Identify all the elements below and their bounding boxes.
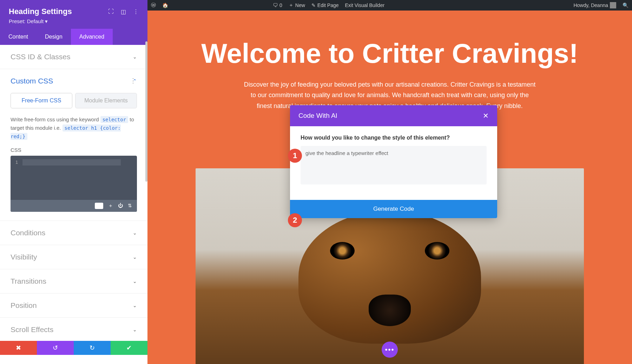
sidebar-footer: ✖ ↺ ↻ ✔ bbox=[0, 341, 147, 355]
section-options-icon[interactable]: ⋮ bbox=[130, 77, 136, 85]
focus-icon[interactable]: ⛶ bbox=[108, 8, 114, 15]
css-label: CSS bbox=[11, 147, 137, 153]
preset-selector[interactable]: Preset: Default ▾ bbox=[9, 18, 139, 25]
cancel-button[interactable]: ✖ bbox=[0, 341, 37, 355]
section-position[interactable]: Position⌄ bbox=[0, 294, 147, 318]
search-icon[interactable]: 🔍 bbox=[623, 2, 628, 8]
settings-tabs: Content Design Advanced bbox=[0, 29, 147, 45]
generate-code-button[interactable]: Generate Code bbox=[290, 200, 497, 218]
howdy-user[interactable]: Howdy, Deanna bbox=[573, 2, 616, 8]
sidebar-header: Heading Settings ⛶ ◫ ⋮ Preset: Default ▾ bbox=[0, 0, 147, 29]
ai-button[interactable]: AI bbox=[95, 203, 103, 209]
tab-design[interactable]: Design bbox=[37, 29, 71, 45]
sort-icon[interactable]: ⇅ bbox=[128, 203, 132, 209]
annotation-1: 1 bbox=[288, 149, 302, 163]
avatar bbox=[610, 2, 616, 8]
comments-link[interactable]: 🗨 0 bbox=[273, 2, 282, 8]
chevron-down-icon: ⌄ bbox=[133, 303, 137, 308]
redo-button[interactable]: ↻ bbox=[74, 341, 111, 355]
pill-freeform[interactable]: Free-Form CSS bbox=[11, 93, 72, 108]
section-custom-css: Custom CSS ⌃ ⋮ Free-Form CSS Module Elem… bbox=[0, 69, 147, 221]
power-icon[interactable]: ⏻ bbox=[118, 203, 123, 209]
tab-advanced[interactable]: Advanced bbox=[71, 29, 113, 45]
sidebar-title: Heading Settings bbox=[9, 7, 72, 16]
new-link[interactable]: ＋ New bbox=[289, 2, 305, 8]
annotation-2: 2 bbox=[288, 213, 302, 227]
section-css-id[interactable]: CSS ID & Classes ⌄ bbox=[0, 45, 147, 69]
chevron-down-icon: ⌄ bbox=[133, 230, 137, 236]
panel-icon[interactable]: ◫ bbox=[121, 8, 126, 15]
ai-prompt-input[interactable] bbox=[301, 146, 487, 184]
section-transitions[interactable]: Transitions⌄ bbox=[0, 269, 147, 294]
settings-sidebar: Heading Settings ⛶ ◫ ⋮ Preset: Default ▾… bbox=[0, 0, 147, 355]
section-title: Custom CSS bbox=[11, 77, 53, 85]
exit-builder-link[interactable]: Exit Visual Builder bbox=[345, 2, 385, 8]
chevron-down-icon: ⌄ bbox=[133, 327, 137, 332]
chevron-down-icon: ⌄ bbox=[133, 254, 137, 260]
section-scroll[interactable]: Scroll Effects⌄ bbox=[0, 318, 147, 341]
edit-page-link[interactable]: ✎ Edit Page bbox=[311, 2, 339, 8]
dashboard-icon[interactable]: 🏠 bbox=[162, 2, 168, 8]
chevron-down-icon: ⌄ bbox=[133, 54, 137, 60]
builder-fab[interactable]: ••• bbox=[382, 342, 398, 358]
close-icon[interactable]: ✕ bbox=[483, 112, 489, 120]
code-ai-modal: Code With AI ✕ How would you like to cha… bbox=[290, 105, 497, 218]
section-title: CSS ID & Classes bbox=[11, 53, 70, 61]
css-editor[interactable]: 1 AI ＋ ⏻ ⇅ bbox=[11, 156, 137, 212]
hero-title: Welcome to Critter Cravings! bbox=[147, 39, 632, 69]
modal-title: Code With AI bbox=[298, 112, 337, 120]
more-icon[interactable]: ⋮ bbox=[133, 8, 139, 15]
section-conditions[interactable]: Conditions⌄ bbox=[0, 221, 147, 245]
help-text: Write free-form css using the keyword se… bbox=[11, 115, 137, 141]
ai-prompt-label: How would you like to change the style o… bbox=[301, 135, 487, 141]
wp-logo-icon[interactable]: ⓦ bbox=[151, 2, 156, 8]
add-icon[interactable]: ＋ bbox=[108, 203, 113, 209]
sections-list: CSS ID & Classes ⌄ Custom CSS ⌃ ⋮ Free-F… bbox=[0, 45, 147, 341]
wp-admin-bar: ⓦ 🏠 🗨 0 ＋ New ✎ Edit Page Exit Visual Bu… bbox=[147, 0, 632, 11]
undo-button[interactable]: ↺ bbox=[37, 341, 74, 355]
section-visibility[interactable]: Visibility⌄ bbox=[0, 245, 147, 269]
tab-content[interactable]: Content bbox=[0, 29, 37, 45]
pill-module[interactable]: Module Elements bbox=[75, 93, 137, 108]
save-button[interactable]: ✔ bbox=[111, 341, 147, 355]
chevron-down-icon: ⌄ bbox=[133, 278, 137, 284]
